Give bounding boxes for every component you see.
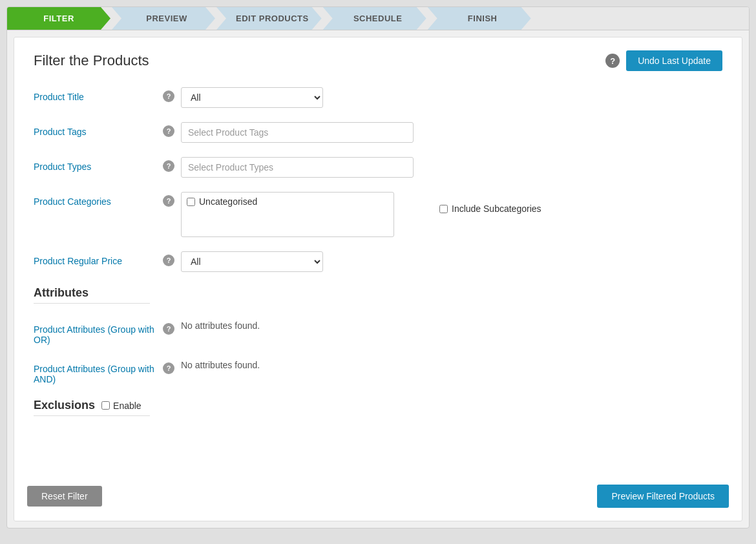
exclusions-enable-checkbox[interactable] (101, 401, 110, 410)
product-types-help-icon[interactable]: ? (163, 160, 174, 172)
include-subcategories-row: Include Subcategories (439, 192, 541, 214)
product-tags-help-icon[interactable]: ? (163, 125, 174, 137)
attributes-group-and-row: Product Attributes (Group with AND) ? No… (34, 359, 722, 384)
categories-listbox[interactable]: Uncategorised (181, 192, 394, 237)
product-tags-control (181, 122, 426, 143)
attributes-group-or-control: No attributes found. (181, 320, 426, 331)
product-title-control: All Specific Contains (181, 87, 426, 108)
exclusions-enable: Enable (101, 401, 142, 411)
attributes-divider (34, 303, 150, 304)
attributes-group-or-value: No attributes found. (181, 317, 260, 331)
product-title-help: ? (163, 87, 181, 102)
exclusions-section: Exclusions Enable (34, 399, 722, 416)
step-schedule[interactable]: SCHEDULE (323, 7, 426, 30)
step-finish[interactable]: FINISH (428, 7, 531, 30)
header-right: ? Undo Last Update (605, 50, 722, 71)
product-tags-row: Product Tags ? (34, 122, 722, 143)
product-categories-row: Product Categories ? Uncategorised Inclu… (34, 192, 722, 237)
exclusions-divider (34, 415, 150, 416)
product-types-row: Product Types ? (34, 157, 722, 178)
attributes-group-and-help: ? (163, 359, 181, 374)
page-wrapper: FILTER PREVIEW EDIT PRODUCTS SCHEDULE FI… (6, 6, 750, 528)
header-help-icon[interactable]: ? (605, 54, 620, 68)
product-regular-price-control: All Greater than Less than Between (181, 251, 426, 272)
attributes-group-or-help: ? (163, 320, 181, 335)
product-regular-price-help-icon[interactable]: ? (163, 255, 174, 266)
step-edit-products[interactable]: EDIT PRODUCTS (216, 7, 322, 30)
exclusions-row: Exclusions Enable (34, 399, 722, 412)
stepper: FILTER PREVIEW EDIT PRODUCTS SCHEDULE FI… (7, 7, 749, 30)
attributes-group-or-label: Product Attributes (Group with OR) (34, 320, 163, 345)
attributes-group-or-help-icon[interactable]: ? (163, 323, 174, 335)
uncategorised-checkbox[interactable] (187, 198, 195, 206)
product-tags-help: ? (163, 122, 181, 137)
attributes-group-and-value: No attributes found. (181, 357, 260, 370)
include-subcategories-label: Include Subcategories (452, 204, 541, 214)
product-regular-price-help: ? (163, 251, 181, 266)
step-preview[interactable]: PREVIEW (112, 7, 215, 30)
product-title-help-icon[interactable]: ? (163, 90, 174, 102)
exclusions-title: Exclusions (34, 399, 95, 412)
product-tags-input[interactable] (181, 122, 414, 143)
page-title: Filter the Products (34, 52, 149, 69)
product-types-help: ? (163, 157, 181, 172)
product-categories-control: Uncategorised (181, 192, 426, 237)
product-tags-label: Product Tags (34, 122, 163, 137)
preview-filtered-products-button[interactable]: Preview Filtered Products (597, 485, 729, 508)
undo-last-update-button[interactable]: Undo Last Update (626, 50, 722, 71)
product-categories-label: Product Categories (34, 192, 163, 207)
attributes-group-or-row: Product Attributes (Group with OR) ? No … (34, 320, 722, 345)
main-header: Filter the Products ? Undo Last Update (34, 50, 722, 71)
product-types-control (181, 157, 426, 178)
product-regular-price-label: Product Regular Price (34, 251, 163, 266)
product-categories-help-icon[interactable]: ? (163, 195, 174, 207)
product-types-input[interactable] (181, 157, 414, 178)
attributes-group-and-label: Product Attributes (Group with AND) (34, 359, 163, 384)
product-categories-help: ? (163, 192, 181, 207)
uncategorised-label: Uncategorised (199, 196, 257, 207)
product-title-row: Product Title ? All Specific Contains (34, 87, 722, 108)
product-regular-price-row: Product Regular Price ? All Greater than… (34, 251, 722, 272)
attributes-group-and-help-icon[interactable]: ? (163, 362, 174, 374)
include-subcategories-checkbox[interactable] (439, 205, 448, 213)
product-regular-price-select[interactable]: All Greater than Less than Between (181, 251, 323, 272)
exclusions-enable-label: Enable (113, 401, 142, 411)
product-title-select[interactable]: All Specific Contains (181, 87, 323, 108)
main-content: Filter the Products ? Undo Last Update P… (14, 37, 742, 521)
bottom-bar: Reset Filter Preview Filtered Products (27, 485, 729, 508)
step-filter[interactable]: FILTER (7, 7, 110, 30)
reset-filter-button[interactable]: Reset Filter (27, 486, 102, 507)
product-title-label: Product Title (34, 87, 163, 102)
list-item: Uncategorised (182, 193, 394, 211)
product-types-label: Product Types (34, 157, 163, 172)
attributes-group-and-control: No attributes found. (181, 359, 426, 371)
attributes-section: Attributes Product Attributes (Group wit… (34, 286, 722, 384)
attributes-title: Attributes (34, 286, 722, 300)
